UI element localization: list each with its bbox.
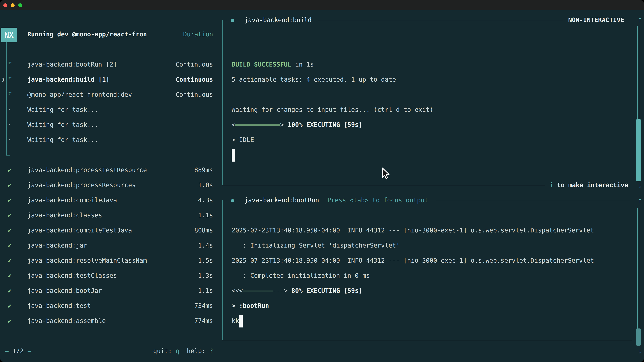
zoom-button[interactable] <box>18 3 22 7</box>
window-titlebar[interactable] <box>0 0 644 10</box>
task-label: Waiting for task... <box>27 102 98 117</box>
check-icon: ✔ <box>8 208 12 223</box>
output-segment: > :bootRun <box>232 302 269 309</box>
output-segment: > IDLE <box>232 136 254 143</box>
completed-task-row[interactable]: ✔java-backend:assemble774ms <box>0 313 222 329</box>
build-pane-title: java-backend:build <box>244 12 312 28</box>
bootrun-pane-bottom-border <box>222 340 632 340</box>
output-line: > IDLE <box>232 132 254 147</box>
output-line: <<<════════---> 80% EXECUTING [59s] <box>232 283 362 298</box>
output-segment: BUILD SUCCESSFUL <box>232 61 291 68</box>
task-label: @mono-app/react-frontend:dev <box>27 87 132 102</box>
output-line <box>232 147 235 163</box>
bootrun-pane-corner <box>222 200 226 200</box>
bootrun-pane-scroll-down-icon[interactable]: ↓ <box>635 344 644 359</box>
output-segment: Waiting for changes to input files... (c… <box>232 106 433 113</box>
completed-task-row[interactable]: ✔java-backend:testClasses1.3s <box>0 268 222 283</box>
output-segment: <<< <box>232 287 243 294</box>
output-line: 2025-07-23T13:40:18.950-04:00 INFO 44312… <box>232 223 594 238</box>
task-duration: 1.0s <box>198 178 213 193</box>
waiting-dot-icon: · <box>8 132 12 147</box>
keyboard-hints: quit: q help: ? <box>0 344 213 359</box>
minimize-button[interactable] <box>11 3 14 7</box>
task-label: java-backend:build [1] <box>27 72 110 87</box>
task-row[interactable]: ❯⠋java-backend:build [1]Continuous <box>0 72 222 87</box>
task-label: java-backend:testClasses <box>27 268 117 283</box>
output-line: 5 actionable tasks: 4 executed, 1 up-to-… <box>232 72 396 87</box>
help-key: ? <box>209 348 213 355</box>
task-duration: 1.1s <box>198 208 213 223</box>
terminal-cursor <box>239 315 243 328</box>
task-duration: 774ms <box>194 313 213 329</box>
task-row[interactable]: ⠋@mono-app/react-frontend:devContinuous <box>0 87 222 102</box>
check-icon: ✔ <box>8 163 12 178</box>
build-pane-corner <box>222 20 226 20</box>
bootrun-pane-scroll-up-icon[interactable]: ↑ <box>635 193 644 208</box>
build-pane-bottom-border <box>222 185 545 185</box>
task-label: java-backend:jar <box>27 238 87 253</box>
interactive-hint-key: i <box>550 178 553 193</box>
output-line: <════════════> 100% EXECUTING [59s] <box>232 117 362 132</box>
task-row[interactable]: ·Waiting for task... <box>0 102 222 117</box>
output-line: > :bootRun <box>232 298 269 313</box>
task-label: java-backend:assemble <box>27 313 106 329</box>
task-duration: 1.3s <box>198 268 213 283</box>
task-duration: 889ms <box>194 163 213 178</box>
output-segment: < <box>232 121 235 128</box>
task-duration: 1.5s <box>198 253 213 268</box>
completed-task-row[interactable]: ✔java-backend:bootJar1.1s <box>0 283 222 298</box>
task-row[interactable]: ⠋java-backend:bootRun [2]Continuous <box>0 57 222 72</box>
task-label: java-backend:resolveMainClassNam <box>27 253 147 268</box>
task-row[interactable]: ·Waiting for task... <box>0 132 222 147</box>
bootrun-pane-scrollbar-track[interactable] <box>637 208 639 345</box>
bootrun-pane-title: java-backend:bootRun <box>244 193 319 208</box>
output-line: kk <box>232 313 243 329</box>
bootrun-pane-left-border <box>222 200 223 340</box>
completed-task-row[interactable]: ✔java-backend:compileTestJava808ms <box>0 223 222 238</box>
output-segment: ════════ <box>243 287 273 294</box>
duration-column-header: Duration <box>183 27 213 42</box>
task-label: java-backend:processTestResource <box>27 163 147 178</box>
waiting-dot-icon: · <box>8 117 12 132</box>
task-label: java-backend:classes <box>27 208 102 223</box>
spinner-icon: ⠋ <box>8 72 12 87</box>
task-duration: Continuous <box>176 87 213 102</box>
completed-task-row[interactable]: ✔java-backend:test734ms <box>0 298 222 313</box>
completed-task-row[interactable]: ✔java-backend:resolveMainClassNam1.5s <box>0 253 222 268</box>
task-label: java-backend:bootRun [2] <box>27 57 117 72</box>
quit-key: q <box>176 348 179 355</box>
completed-task-row[interactable]: ✔java-backend:classes1.1s <box>0 208 222 223</box>
completed-task-row[interactable]: ✔java-backend:compileJava4.3s <box>0 193 222 208</box>
nx-logo: NX <box>1 28 17 42</box>
build-pane-scrollbar-thumb[interactable] <box>636 119 641 181</box>
check-icon: ✔ <box>8 283 12 298</box>
spinner-icon: ⠋ <box>8 87 12 102</box>
check-icon: ✔ <box>8 268 12 283</box>
completed-task-row[interactable]: ✔java-backend:jar1.4s <box>0 238 222 253</box>
output-segment: 80% EXECUTING [59s] <box>291 287 362 294</box>
check-icon: ✔ <box>8 193 12 208</box>
output-segment: : Initializing Servlet 'dispatcherServle… <box>232 242 400 249</box>
output-line: BUILD SUCCESSFUL in 1s <box>232 57 314 72</box>
bootrun-pane-scrollbar-thumb[interactable] <box>636 329 641 346</box>
output-segment: 2025-07-23T13:40:18.950-04:00 INFO 44312… <box>232 227 594 234</box>
close-button[interactable] <box>3 3 7 7</box>
task-duration: Continuous <box>176 72 213 87</box>
task-label: java-backend:bootJar <box>27 283 102 298</box>
completed-task-row[interactable]: ✔java-backend:processResources1.0s <box>0 178 222 193</box>
output-line: : Completed initialization in 0 ms <box>232 268 370 283</box>
build-pane-scroll-up-icon[interactable]: ↑ <box>635 12 644 27</box>
focus-output-hint: Press <tab> to focus output <box>327 193 428 208</box>
output-segment: ---> <box>273 287 288 294</box>
build-pane-header-rule <box>318 20 563 20</box>
check-icon: ✔ <box>8 238 12 253</box>
output-segment: ════════════ <box>235 121 280 128</box>
check-icon: ✔ <box>8 178 12 193</box>
build-pane-left-border <box>222 20 223 185</box>
output-line: : Initializing Servlet 'dispatcherServle… <box>232 238 400 253</box>
help-label: help: <box>180 348 209 355</box>
completed-task-row[interactable]: ✔java-backend:processTestResource889ms <box>0 163 222 178</box>
task-row[interactable]: ·Waiting for task... <box>0 117 222 132</box>
build-pane-scroll-down-icon[interactable]: ↓ <box>635 178 644 193</box>
task-duration: Continuous <box>176 57 213 72</box>
